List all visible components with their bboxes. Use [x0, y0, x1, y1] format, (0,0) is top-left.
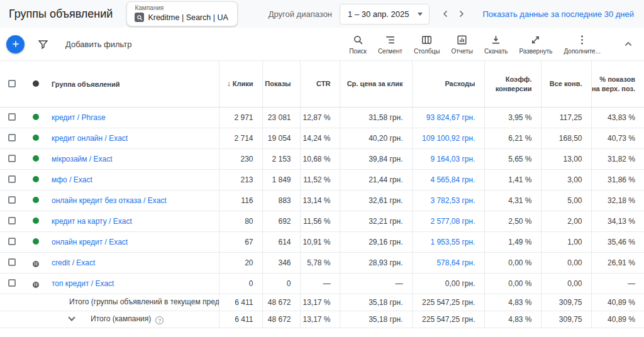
row-checkbox[interactable] — [8, 113, 16, 121]
table-body: кредит / Phrase2 97123 08112,87 %31,58 г… — [0, 108, 644, 328]
conversions-cell: 2,00 — [541, 211, 591, 232]
segment-button[interactable]: Сегмент — [372, 33, 408, 56]
clicks-total-cell: 6 411 — [219, 294, 262, 311]
search-button[interactable]: Поиск — [343, 33, 372, 56]
clicks-cell: 67 — [219, 232, 262, 253]
conversions-total-cell: 309,75 — [541, 294, 591, 311]
add-button[interactable] — [6, 35, 25, 53]
ad-group-link[interactable]: кредит онлайн / Exact — [52, 134, 128, 143]
cost-cell: 9 164,03 грн. — [412, 149, 484, 170]
cost-link[interactable]: 109 100,92 грн. — [422, 134, 475, 143]
header-conversions-label: Все конв. — [550, 80, 582, 87]
next-period-button[interactable] — [453, 6, 469, 21]
row-status-cell — [25, 108, 47, 128]
ad-group-name-cell: credit / Exact — [47, 253, 219, 273]
download-button[interactable]: Скачать — [479, 33, 514, 56]
conversions-cell: 168,50 — [541, 128, 591, 149]
row-checkbox[interactable] — [8, 196, 16, 204]
add-filter-button[interactable]: Добавить фильтр — [65, 40, 132, 49]
reports-icon — [456, 34, 468, 46]
cost-link[interactable]: 3 782,53 грн. — [430, 196, 475, 205]
campaign-selector[interactable]: Кампания Kreditme | Search | UA — [126, 1, 237, 26]
header-ctr-label: CTR — [316, 80, 331, 87]
header-clicks[interactable]: ↓Клики — [219, 61, 262, 108]
ad-group-link[interactable]: топ кредит / Exact — [52, 279, 114, 288]
chevron-down-icon[interactable] — [68, 314, 75, 321]
prev-period-button[interactable] — [438, 6, 453, 21]
conv_rate-cell: 5,65 % — [484, 149, 541, 170]
impressions-total-cell: 48 672 — [262, 294, 300, 311]
header-conv-rate[interactable]: Коэфф. конверсии — [484, 61, 541, 108]
cost-link[interactable]: 4 565,84 грн. — [430, 175, 475, 184]
row-checkbox[interactable] — [8, 175, 16, 183]
header-top-impr[interactable]: % показов на верх. поз. — [591, 61, 644, 108]
row-checkbox-cell — [0, 128, 25, 149]
row-checkbox[interactable] — [8, 279, 16, 287]
search-icon — [352, 34, 364, 46]
header-cost[interactable]: Расходы — [412, 61, 484, 108]
top_impr-cell: 34,13 % — [591, 211, 644, 232]
avg_cpc-cell: 40,20 грн. — [340, 128, 412, 149]
row-checkbox[interactable] — [8, 238, 16, 245]
avg_cpc-cell: 29,16 грн. — [340, 232, 412, 253]
cost-link[interactable]: 2 577,08 грн. — [430, 217, 475, 226]
header-top-impr-label: % показов на верх. поз. — [592, 75, 635, 92]
ctr-cell: 5,78 % — [300, 253, 340, 273]
date-range-select[interactable]: 1 – 30 апр. 2025 — [340, 4, 430, 25]
table-row: мікрозайм / Exact2302 15310,68 %39,84 гр… — [0, 149, 644, 170]
select-all-checkbox[interactable] — [8, 80, 16, 87]
ad-group-link[interactable]: кредит на карту / Exact — [52, 217, 132, 226]
row-checkbox-cell — [0, 149, 25, 170]
more-button[interactable]: Дополните... — [558, 33, 606, 56]
cost-link[interactable]: 1 953,55 грн. — [430, 238, 475, 246]
ad-group-link[interactable]: мфо / Exact — [52, 175, 92, 184]
header-checkbox-cell — [0, 61, 25, 108]
cost-cell: 93 824,67 грн. — [412, 108, 484, 128]
cost-total-cell: 225 547,25 грн. — [412, 311, 484, 328]
header-ctr[interactable]: CTR — [300, 61, 340, 108]
header-conversions[interactable]: Все конв. — [541, 61, 591, 108]
campaign-label: Кампания — [135, 4, 228, 11]
cost-link[interactable]: 9 164,03 грн. — [430, 155, 475, 163]
ctr-cell: 13,14 % — [300, 191, 340, 211]
cost-cell: 578,64 грн. — [412, 253, 484, 273]
collapse-table-button[interactable] — [621, 37, 635, 51]
reports-button[interactable]: Отчеты — [445, 33, 479, 56]
cost-link[interactable]: 578,64 грн. — [436, 258, 475, 267]
avg_cpc-total-cell: 35,18 грн. — [340, 294, 412, 311]
help-icon[interactable]: ? — [155, 316, 164, 324]
expand-button[interactable]: Развернуть — [513, 33, 558, 56]
clicks-cell: 20 — [219, 253, 262, 273]
header-avg-cpc[interactable]: Ср. цена за клик — [340, 61, 412, 108]
impressions-cell: 692 — [262, 211, 300, 232]
row-checkbox[interactable] — [8, 217, 16, 224]
row-checkbox-cell — [0, 170, 25, 191]
ad-group-link[interactable]: мікрозайм / Exact — [52, 155, 113, 163]
header-avg-cpc-label: Ср. цена за клик — [347, 80, 403, 87]
row-checkbox[interactable] — [8, 155, 16, 162]
conv_rate-total-cell: 4,83 % — [484, 311, 541, 328]
show-last-30-days-link[interactable]: Показать данные за последние 30 дней — [482, 9, 634, 19]
avg_cpc-total-cell: 35,18 грн. — [340, 311, 412, 328]
cost-cell: 4 565,84 грн. — [412, 170, 484, 191]
more-label: Дополните... — [564, 48, 601, 55]
ad-group-link[interactable]: онлайн кредит без отказа / Exact — [52, 196, 167, 205]
expand-label: Развернуть — [519, 48, 552, 55]
row-checkbox[interactable] — [8, 134, 16, 141]
pause-bars-icon — [35, 262, 37, 265]
clicks-cell: 116 — [219, 191, 262, 211]
impressions-cell: 19 054 — [262, 128, 300, 149]
ad-group-name-cell: онлайн кредит без отказа / Exact — [47, 191, 219, 211]
header-ad-group[interactable]: Группа объявлений — [47, 61, 219, 108]
conv_rate-cell: 4,31 % — [484, 191, 541, 211]
filter-icon[interactable] — [37, 38, 49, 50]
columns-button[interactable]: Столбцы — [408, 33, 446, 56]
row-checkbox[interactable] — [8, 258, 16, 266]
avg_cpc-cell: 28,93 грн. — [340, 253, 412, 273]
ad-group-link[interactable]: кредит / Phrase — [52, 113, 106, 122]
ad-group-link[interactable]: онлайн кредит / Exact — [52, 238, 128, 246]
ad-group-link[interactable]: credit / Exact — [52, 258, 95, 267]
top_impr-cell: 32,18 % — [591, 191, 644, 211]
header-impressions[interactable]: Показы — [262, 61, 300, 108]
cost-link[interactable]: 93 824,67 грн. — [426, 113, 475, 122]
